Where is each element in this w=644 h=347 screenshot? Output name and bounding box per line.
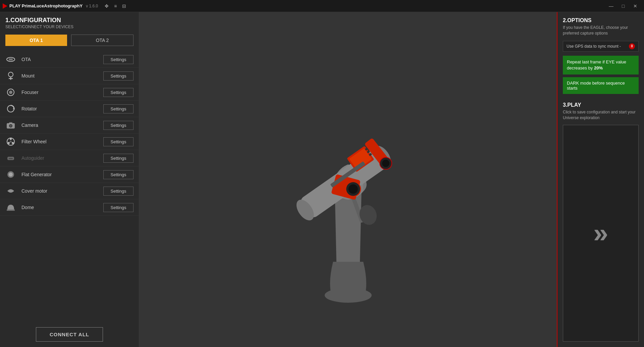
device-row-mount: Mount Settings [0,68,139,84]
device-name-rotator: Rotator [21,106,98,111]
settings-icon[interactable]: ≡ [114,3,117,9]
connect-all-area: CONNECT ALL [0,322,139,347]
titlebar: PLAY PrimaLuceAstrophotographY v 1.6.0 ✥… [0,0,644,12]
options-desc: If you have the EAGLE, choose your prefe… [563,25,639,36]
settings-button-rotator[interactable]: Settings [103,104,133,113]
right-panel: 2.OPTIONS If you have the EAGLE, choose … [557,12,644,347]
device-name-dome: Dome [21,205,98,210]
gps-row: Use GPS data to sync mount - 0 [563,41,639,52]
play-chevron-icon: » [593,220,608,247]
gps-label: Use GPS data to sync mount - [567,44,629,49]
config-title: 1.CONFIGURATION [5,17,133,24]
settings-button-filterwheel[interactable]: Settings [103,137,133,146]
device-name-flatgenerator: Flat Generator [21,172,98,177]
device-row-ota: OTA Settings [0,51,139,68]
play-triangle-icon [3,3,7,9]
autoguider-icon [5,153,16,163]
settings-button-ota[interactable]: Settings [103,55,133,64]
app-name: PLAY PrimaLuceAstrophotographY [9,3,83,8]
svg-point-16 [8,142,10,144]
options-title: 2.OPTIONS [563,17,639,23]
save-icon[interactable]: ⊟ [122,3,126,9]
svg-rect-19 [9,158,13,159]
settings-button-autoguider[interactable]: Settings [103,154,133,163]
device-name-camera: Camera [21,122,98,128]
settings-button-camera[interactable]: Settings [103,121,133,130]
play-section-desc: Click to save configuration and start yo… [563,109,639,121]
svg-point-14 [10,138,12,140]
device-name-covermotor: Cover motor [21,188,98,194]
device-row-focuser: Focuser Settings [0,84,139,101]
svg-rect-12 [9,122,12,124]
mount-icon [5,71,16,81]
svg-point-15 [12,142,14,144]
main-layout: 1.CONFIGURATION SELECT/CONNECT YOUR DEVI… [0,12,644,347]
toolbar-icons: ✥ ≡ ⊟ [105,3,126,9]
device-list: OTA Settings Mount Settings [0,50,139,322]
repeat-frame-option[interactable]: Repeat last frame if EYE value decreases… [563,56,639,75]
device-name-mount: Mount [21,73,98,79]
device-row-filterwheel: Filter Wheel Settings [0,134,139,150]
svg-point-6 [9,91,12,94]
svg-point-2 [8,72,13,77]
cursor-icon[interactable]: ✥ [105,3,109,9]
device-row-autoguider: Autoguider Settings [0,150,139,166]
dome-icon [5,203,16,212]
ota-buttons: OTA 1 OTA 2 [0,32,139,50]
settings-button-flatgenerator[interactable]: Settings [103,170,133,179]
play-button[interactable]: » [563,125,639,342]
config-subtitle: SELECT/CONNECT YOUR DEVICES [5,24,133,29]
ota-icon [5,55,16,64]
device-name-ota: OTA [21,57,98,62]
ota2-button[interactable]: OTA 2 [71,35,133,46]
camera-icon [5,120,16,130]
svg-point-21 [9,172,13,177]
focuser-icon [5,88,16,97]
device-row-dome: Dome Settings [0,199,139,216]
connect-all-button[interactable]: CONNECT ALL [36,327,103,342]
settings-button-focuser[interactable]: Settings [103,88,133,97]
app-version: v 1.6.0 [86,4,98,8]
device-row-camera: Camera Settings [0,117,139,134]
left-panel: 1.CONFIGURATION SELECT/CONNECT YOUR DEVI… [0,12,139,347]
gps-indicator[interactable]: 0 [629,43,635,49]
settings-button-dome[interactable]: Settings [103,203,133,212]
device-row-flatgenerator: Flat Generator Settings [0,166,139,183]
svg-point-17 [10,141,12,143]
maximize-button[interactable]: □ [617,0,629,12]
device-name-focuser: Focuser [21,90,98,95]
close-button[interactable]: ✕ [629,0,641,12]
settings-button-mount[interactable]: Settings [103,71,133,81]
window-controls: — □ ✕ [605,0,641,12]
app-logo: PLAY PrimaLuceAstrophotographY [3,3,83,9]
device-name-filterwheel: Filter Wheel [21,139,98,144]
device-row-covermotor: Cover motor Settings [0,183,139,199]
telescope-illustration [248,54,449,305]
config-header: 1.CONFIGURATION SELECT/CONNECT YOUR DEVI… [0,12,139,32]
config-section-number: 1. [5,17,10,23]
dark-mode-option[interactable]: DARK mode before sequence starts [563,77,639,94]
device-name-autoguider: Autoguider [21,155,98,161]
config-section-title: CONFIGURATION [10,17,61,23]
minimize-button[interactable]: — [605,0,617,12]
svg-rect-1 [9,58,13,60]
filterwheel-icon [5,137,16,146]
repeat-frame-bold: 20% [594,65,603,70]
rotator-icon [5,104,16,113]
flatgen-icon [5,170,16,179]
device-row-rotator: Rotator Settings [0,101,139,117]
center-area [139,12,557,347]
svg-point-11 [10,125,12,127]
svg-rect-22 [7,209,15,211]
ota1-button[interactable]: OTA 1 [5,35,67,46]
covermotor-icon [5,186,16,196]
settings-button-covermotor[interactable]: Settings [103,187,133,196]
play-section-title: 3.PLAY [563,102,639,108]
